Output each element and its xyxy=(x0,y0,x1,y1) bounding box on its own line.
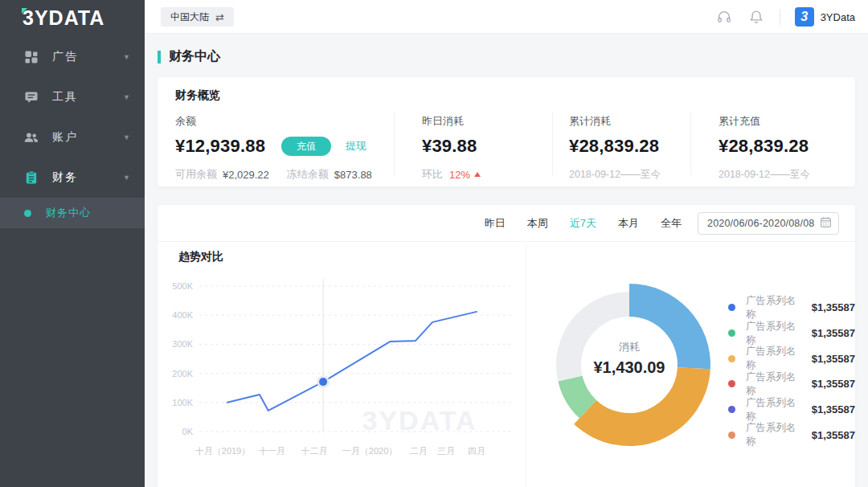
total-recharge-label: 累计充值 xyxy=(719,114,855,129)
yesterday-spend-value: ¥39.88 xyxy=(422,136,477,157)
svg-text:十二月: 十二月 xyxy=(301,446,328,456)
dashboard-icon xyxy=(24,50,39,64)
svg-text:3YDATA: 3YDATA xyxy=(362,405,477,436)
sidebar-item-finance-center[interactable]: 财务中心 xyxy=(0,198,145,228)
finance-overview-card: 财务概览 余额 ¥12,939.88 充值 提现 可用余额 ¥2,029.22 … xyxy=(158,77,855,186)
sidebar-item-tools[interactable]: 工具 ▼ xyxy=(0,77,145,117)
date-filters: 昨日本周近7天本月全年 xyxy=(485,205,682,242)
sidebar-item-label: 账户 xyxy=(52,130,78,145)
svg-text:四月: 四月 xyxy=(468,446,485,456)
total-recharge-column: 累计充值 ¥28,839.28 2018-09-12——至今 xyxy=(690,113,855,175)
arrow-up-icon xyxy=(474,172,481,177)
divider xyxy=(780,9,780,25)
legend-dot-icon xyxy=(728,304,735,311)
chevron-down-icon: ▼ xyxy=(123,93,130,101)
chevron-down-icon: ▼ xyxy=(123,174,130,182)
sidebar-item-label: 工具 xyxy=(52,90,78,104)
total-spend-label: 累计消耗 xyxy=(569,114,690,129)
headset-icon[interactable] xyxy=(715,8,733,26)
svg-text:0K: 0K xyxy=(182,427,194,436)
svg-text:500K: 500K xyxy=(172,281,193,291)
legend-label: 广告系列名称 xyxy=(746,294,804,321)
sidebar-item-label: 财务 xyxy=(52,170,78,185)
chart-card-header: 昨日本周近7天本月全年 2020/06/06-2020/08/08 xyxy=(158,205,855,242)
total-recharge-period: 2018-09-12——至今 xyxy=(719,168,855,182)
donut-legend: 广告系列名称$1,35587广告系列名称$1,35587广告系列名称$1,355… xyxy=(728,295,855,448)
available-balance-label: 可用余额 xyxy=(175,167,217,182)
sidebar-item-ads[interactable]: 广告 ▼ xyxy=(0,37,145,77)
yesterday-spend-label: 昨日消耗 xyxy=(422,114,552,129)
filter-option[interactable]: 本月 xyxy=(618,216,639,231)
overview-title: 财务概览 xyxy=(175,88,220,103)
svg-text:一月（2020）: 一月（2020） xyxy=(342,446,397,456)
chat-icon xyxy=(24,90,39,104)
brand: 3 3YData xyxy=(795,7,855,27)
total-spend-period: 2018-09-12——至今 xyxy=(569,168,690,182)
filter-option[interactable]: 本周 xyxy=(527,216,548,231)
legend-value: $1,35587 xyxy=(812,327,855,339)
legend-label: 广告系列名称 xyxy=(746,320,804,347)
withdraw-link[interactable]: 提现 xyxy=(346,139,366,153)
swap-icon: ⇄ xyxy=(215,11,224,23)
spend-donut-chart[interactable]: 消耗 ¥1,430.09 xyxy=(537,272,722,457)
legend-label: 广告系列名称 xyxy=(746,345,804,372)
legend-dot-icon xyxy=(728,329,735,337)
svg-text:300K: 300K xyxy=(172,339,193,349)
filter-option[interactable]: 昨日 xyxy=(485,216,506,231)
trend-chart-title: 趋势对比 xyxy=(178,250,223,264)
yesterday-spend-column: 昨日消耗 ¥39.88 环比 12% xyxy=(394,113,552,175)
active-dot-icon xyxy=(24,210,31,217)
balance-column: 余额 ¥12,939.88 充值 提现 可用余额 ¥2,029.22 冻结余额 … xyxy=(175,113,394,175)
total-spend-column: 累计消耗 ¥28,839.28 2018-09-12——至今 xyxy=(552,113,690,175)
date-range-input[interactable]: 2020/06/06-2020/08/08 xyxy=(698,212,839,235)
donut-segment-blue xyxy=(629,284,710,369)
legend-label: 广告系列名称 xyxy=(746,396,804,424)
users-icon xyxy=(24,130,39,145)
legend-item[interactable]: 广告系列名称$1,35587 xyxy=(728,321,855,346)
sidebar-item-account[interactable]: 账户 ▼ xyxy=(0,117,145,158)
date-range-value: 2020/06/06-2020/08/08 xyxy=(707,218,820,229)
recharge-button[interactable]: 充值 xyxy=(281,137,331,156)
bell-icon[interactable] xyxy=(747,8,765,26)
sidebar-item-finance[interactable]: 财务 ▼ xyxy=(0,158,145,198)
title-accent-bar xyxy=(158,51,161,63)
trend-card: 昨日本周近7天本月全年 2020/06/06-2020/08/08 趋势对比 3… xyxy=(158,205,855,487)
ratio-label: 环比 xyxy=(422,167,443,182)
legend-dot-icon xyxy=(728,355,735,362)
svg-text:100K: 100K xyxy=(172,398,193,407)
legend-item[interactable]: 广告系列名称$1,35587 xyxy=(728,397,855,423)
svg-text:三月: 三月 xyxy=(437,446,455,456)
legend-item[interactable]: 广告系列名称$1,35587 xyxy=(728,295,855,321)
sidebar-subitem-label: 财务中心 xyxy=(46,206,91,220)
svg-text:400K: 400K xyxy=(172,310,193,320)
legend-value: $1,35587 xyxy=(812,429,855,441)
trend-line-chart[interactable]: 3YDATA0K100K200K300K400K500K十月（2019）十一月十… xyxy=(170,272,524,473)
available-balance-value: ¥2,029.22 xyxy=(223,169,269,181)
legend-value: $1,35587 xyxy=(812,378,855,390)
donut-segment-gray xyxy=(556,292,629,381)
legend-item[interactable]: 广告系列名称$1,35587 xyxy=(728,422,855,448)
filter-option[interactable]: 全年 xyxy=(661,216,682,231)
legend-dot-icon xyxy=(728,406,735,413)
sidebar-item-label: 广告 xyxy=(52,50,78,64)
chevron-down-icon: ▼ xyxy=(123,133,130,141)
filter-option[interactable]: 近7天 xyxy=(570,216,596,231)
total-recharge-value: ¥28,839.28 xyxy=(719,136,809,157)
legend-label: 广告系列名称 xyxy=(746,370,804,398)
total-spend-value: ¥28,839.28 xyxy=(569,136,659,157)
frozen-balance-label: 冻结余额 xyxy=(287,167,329,182)
brand-name: 3YData xyxy=(821,11,855,23)
chevron-down-icon: ▼ xyxy=(123,53,130,61)
region-selector[interactable]: 中国大陆 ⇄ xyxy=(161,7,234,27)
ratio-value: 12% xyxy=(449,169,470,181)
main-content: 财务中心 财务概览 余额 ¥12,939.88 充值 提现 可用余额 ¥2,02… xyxy=(145,34,868,487)
divider xyxy=(526,245,526,487)
brand-mark-icon: 3 xyxy=(795,7,814,27)
legend-value: $1,35587 xyxy=(812,353,855,365)
legend-value: $1,35587 xyxy=(812,403,855,415)
app-logo-rest: YDATA xyxy=(35,6,104,29)
topbar: 中国大陆 ⇄ 3 3YData xyxy=(145,0,868,34)
svg-text:十月（2019）: 十月（2019） xyxy=(195,446,250,456)
legend-item[interactable]: 广告系列名称$1,35587 xyxy=(728,371,855,397)
legend-item[interactable]: 广告系列名称$1,35587 xyxy=(728,346,855,371)
